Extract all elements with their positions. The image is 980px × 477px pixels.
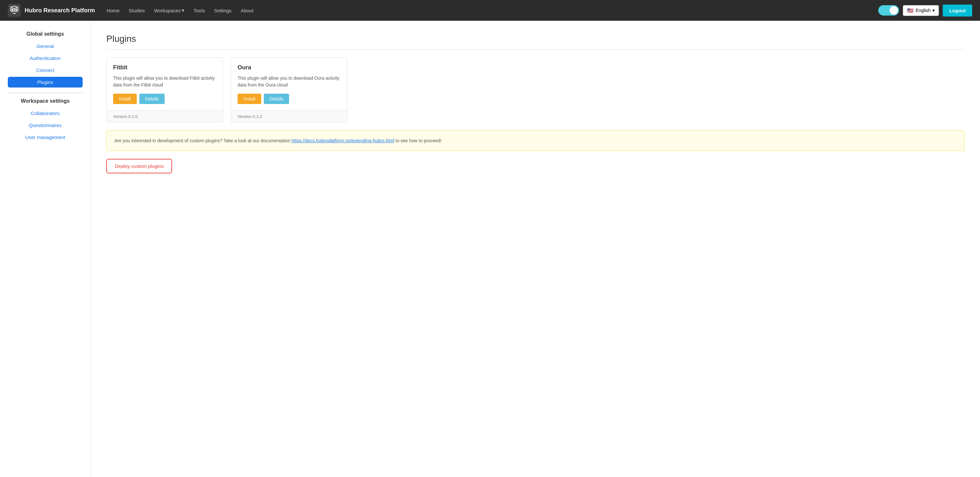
nav-workspaces[interactable]: Workspaces ▾ [150, 5, 188, 16]
fitbit-card-body: Fitbit This plugin will allow you to dow… [107, 58, 223, 110]
deploy-custom-plugins-button[interactable]: Deploy custom plugins [106, 159, 172, 173]
oura-details-button[interactable]: Details [264, 94, 290, 104]
oura-install-button[interactable]: Install [237, 94, 261, 104]
nav-tools[interactable]: Tools [189, 5, 209, 16]
page-title: Plugins [106, 34, 964, 44]
navbar-right: 🇺🇸 English ▾ Logout [878, 5, 972, 16]
sidebar: Global settings General Authentication C… [0, 21, 91, 477]
sidebar-item-authentication[interactable]: Authentication [8, 53, 83, 64]
docs-link[interactable]: https://docs.hubroplatform.no/extending-… [292, 138, 395, 143]
content-divider [106, 49, 964, 49]
main-layout: Global settings General Authentication C… [0, 21, 980, 477]
nav-studies[interactable]: Studies [125, 5, 149, 16]
oura-title: Oura [237, 64, 340, 71]
fitbit-description: This plugin will allow you to download F… [113, 75, 216, 89]
nav-home[interactable]: Home [103, 5, 124, 16]
info-box: Are you interested in development of cus… [106, 130, 964, 151]
language-label: English [915, 8, 931, 13]
main-nav: Home Studies Workspaces ▾ Tools Settings… [103, 5, 870, 16]
logout-button[interactable]: Logout [943, 5, 972, 16]
sidebar-item-questionnaires[interactable]: Questionnaires [8, 120, 83, 130]
fitbit-actions: Install Details [113, 94, 216, 104]
sidebar-item-user-management[interactable]: User management [8, 132, 83, 143]
navbar: Hubro Research Platform Home Studies Wor… [0, 0, 980, 21]
info-text-before: Are you interested in development of cus… [115, 138, 292, 143]
fitbit-version: Version 0.1.0 [107, 110, 223, 122]
brand-name: Hubro Research Platform [25, 7, 95, 14]
oura-plugin-card: Oura This plugin will allow you to downl… [231, 57, 347, 122]
main-content: Plugins Fitbit This plugin will allow yo… [91, 21, 980, 477]
plugins-row: Fitbit This plugin will allow you to dow… [106, 57, 964, 122]
fitbit-details-button[interactable]: Details [139, 94, 165, 104]
nav-about[interactable]: About [237, 5, 257, 16]
owl-logo-icon [8, 4, 21, 17]
sidebar-item-collaborators[interactable]: Collaborators [8, 108, 83, 119]
toggle-knob [889, 6, 898, 14]
oura-version: Version 0.1.0 [231, 110, 347, 122]
oura-card-body: Oura This plugin will allow you to downl… [231, 58, 347, 110]
oura-actions: Install Details [237, 94, 340, 104]
fitbit-title: Fitbit [113, 64, 216, 71]
nav-settings[interactable]: Settings [210, 5, 235, 16]
svg-point-4 [15, 9, 17, 11]
theme-toggle[interactable] [878, 5, 899, 16]
svg-point-3 [11, 9, 13, 11]
sidebar-item-plugins[interactable]: Plugins [8, 77, 83, 87]
brand: Hubro Research Platform [8, 4, 95, 17]
fitbit-plugin-card: Fitbit This plugin will allow you to dow… [106, 57, 223, 122]
fitbit-install-button[interactable]: Install [113, 94, 137, 104]
sidebar-item-connect[interactable]: Connect [8, 65, 83, 75]
workspace-settings-title: Workspace settings [8, 98, 83, 104]
language-selector[interactable]: 🇺🇸 English ▾ [903, 5, 939, 16]
flag-icon: 🇺🇸 [907, 8, 913, 14]
oura-description: This plugin will allow you to download O… [237, 75, 340, 89]
sidebar-item-general[interactable]: General [8, 41, 83, 51]
info-text-after: to see how to proceed! [395, 138, 442, 143]
lang-chevron-icon: ▾ [932, 8, 935, 13]
global-settings-title: Global settings [8, 31, 83, 37]
chevron-down-icon: ▾ [182, 8, 185, 13]
